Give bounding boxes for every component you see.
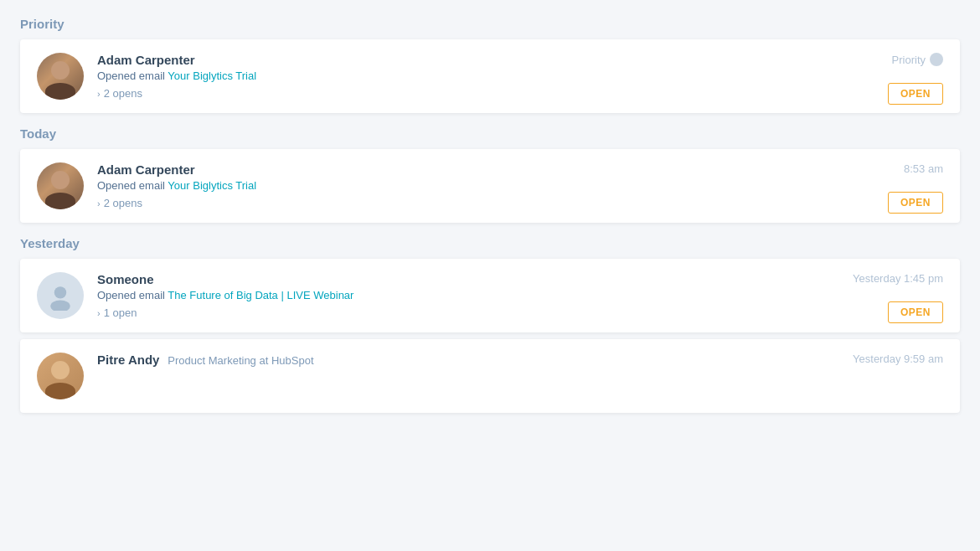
- priority-icon: [930, 53, 943, 66]
- card-adam-today: Adam Carpenter Opened email Your Biglyti…: [20, 149, 960, 223]
- contact-name-row: Adam Carpenter: [97, 53, 943, 67]
- avatar-adam-today: [37, 162, 84, 209]
- timestamp: 8:53 am: [904, 162, 943, 175]
- contact-name: Adam Carpenter: [97, 162, 195, 177]
- card-content-adam-priority: Adam Carpenter Opened email Your Biglyti…: [97, 53, 943, 100]
- chevron-icon: ›: [97, 89, 101, 99]
- card-meta-today: 8:53 am OPEN: [888, 162, 943, 214]
- contact-subtitle: Product Marketing at HubSpot: [168, 354, 313, 367]
- action-link[interactable]: Your Biglytics Trial: [168, 70, 256, 82]
- contact-name-row: Pitre Andy Product Marketing at HubSpot: [97, 353, 943, 367]
- chevron-icon: ›: [97, 198, 101, 209]
- opens-count: 1 open: [104, 306, 137, 319]
- contact-name-row: Someone: [97, 272, 943, 286]
- open-button-someone[interactable]: OPEN: [888, 301, 943, 323]
- card-content-someone: Someone Opened email The Future of Big D…: [97, 272, 943, 319]
- avatar-pitre: [37, 353, 84, 399]
- section-label-today: Today: [20, 126, 960, 141]
- section-priority: Priority Adam Carpenter Opened email You…: [20, 17, 960, 113]
- card-meta-pitre: Yesterday 9:59 am: [853, 353, 943, 365]
- open-button-adam-today[interactable]: OPEN: [888, 192, 943, 214]
- chevron-icon: ›: [97, 308, 101, 318]
- action-text: Opened email Your Biglytics Trial: [97, 70, 943, 82]
- contact-name: Adam Carpenter: [97, 53, 195, 67]
- priority-label: Priority: [892, 54, 926, 66]
- section-yesterday: Yesterday Someone Opened email The Futur…: [20, 236, 960, 413]
- action-text: Opened email Your Biglytics Trial: [97, 179, 943, 192]
- priority-badge: Priority: [892, 53, 943, 66]
- svg-point-0: [933, 56, 940, 63]
- avatar-someone: [37, 272, 84, 319]
- opens-count: 2 opens: [104, 197, 142, 209]
- opens-row[interactable]: › 2 opens: [97, 197, 943, 209]
- section-today: Today Adam Carpenter Opened email Your B…: [20, 126, 960, 223]
- section-label-yesterday: Yesterday: [20, 236, 960, 250]
- svg-point-1: [54, 286, 66, 298]
- action-text: Opened email The Future of Big Data | LI…: [97, 289, 943, 301]
- open-button-adam-priority[interactable]: OPEN: [888, 83, 943, 105]
- card-pitre-yesterday: Pitre Andy Product Marketing at HubSpot …: [20, 339, 960, 413]
- avatar-adam-priority: [37, 53, 84, 100]
- card-content-adam-today: Adam Carpenter Opened email Your Biglyti…: [97, 162, 943, 209]
- timestamp: Yesterday 9:59 am: [853, 353, 943, 365]
- contact-name-row: Adam Carpenter: [97, 162, 943, 177]
- contact-name: Someone: [97, 272, 154, 286]
- card-adam-priority: Adam Carpenter Opened email Your Biglyti…: [20, 39, 960, 113]
- card-meta-priority: Priority OPEN: [888, 53, 943, 105]
- action-link[interactable]: Your Biglytics Trial: [168, 179, 256, 192]
- action-link[interactable]: The Future of Big Data | LIVE Webinar: [168, 289, 353, 301]
- timestamp: Yesterday 1:45 pm: [853, 272, 943, 285]
- card-content-pitre: Pitre Andy Product Marketing at HubSpot: [97, 353, 943, 367]
- section-label-priority: Priority: [20, 17, 960, 31]
- contact-name: Pitre Andy: [97, 353, 159, 367]
- opens-count: 2 opens: [104, 87, 142, 100]
- svg-point-2: [50, 300, 70, 311]
- card-someone-yesterday: Someone Opened email The Future of Big D…: [20, 259, 960, 332]
- card-meta-someone: Yesterday 1:45 pm OPEN: [853, 272, 943, 323]
- opens-row[interactable]: › 2 opens: [97, 87, 943, 100]
- opens-row[interactable]: › 1 open: [97, 306, 943, 319]
